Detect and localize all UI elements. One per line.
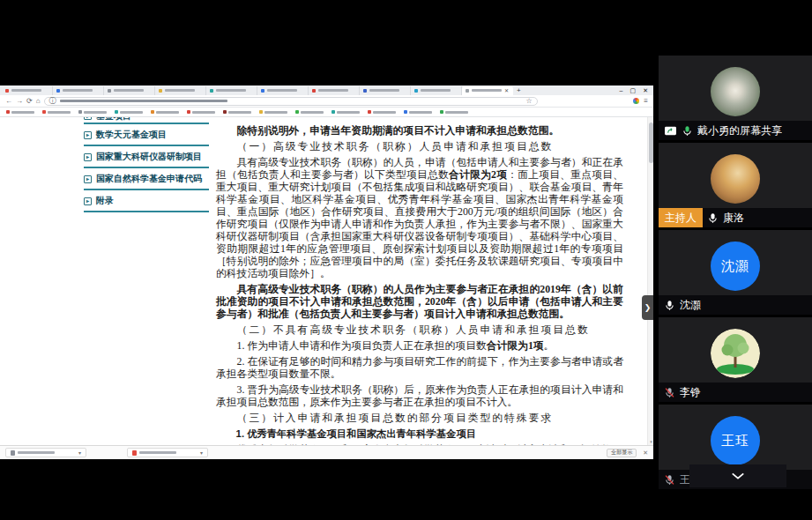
home-icon[interactable]: ⌂: [36, 98, 41, 105]
label-placeholder: [409, 111, 432, 114]
participant-label: 戴小勇的屏幕共享: [659, 121, 812, 140]
menu-icon[interactable]: ≡: [644, 98, 648, 105]
participant-name: 沈灝: [680, 298, 701, 313]
toc-item-zhongda-yiqi[interactable]: ▸ 国家重大科研仪器研制项目: [84, 146, 209, 168]
participant-tile-host[interactable]: 主持人 康洛: [659, 143, 812, 227]
bookmark-item[interactable]: [364, 110, 399, 114]
browser-tab[interactable]: [360, 86, 411, 95]
favicon: [404, 110, 407, 114]
bookmark-item[interactable]: [292, 110, 327, 114]
back-icon[interactable]: ←: [5, 98, 12, 105]
toc-item-shenqing-daima[interactable]: ▸ 国家自然科学基金申请代码: [84, 168, 209, 190]
favicon: [5, 89, 9, 93]
participant-tile[interactable]: 沈灝 沈灝: [659, 230, 812, 315]
tab-list: ✕: [2, 86, 513, 95]
browser-tab[interactable]: [309, 86, 360, 95]
participant-tile[interactable]: 李铮: [659, 317, 812, 402]
browser-tab[interactable]: [257, 86, 309, 95]
browser-tab[interactable]: [206, 86, 257, 95]
bookmark-item[interactable]: [39, 110, 74, 114]
browser-tab-strip: ✕ + – ▢ ✕: [0, 85, 653, 95]
minimize-icon[interactable]: –: [620, 87, 623, 93]
url-input[interactable]: ⓘ ☆: [44, 97, 538, 106]
host-badge: 主持人: [659, 208, 703, 227]
bookmark-item[interactable]: [328, 110, 363, 114]
label-placeholder: [156, 111, 179, 114]
bookmark-item[interactable]: [3, 110, 38, 114]
label-placeholder: [165, 89, 195, 92]
profile-avatar-icon[interactable]: [633, 98, 639, 104]
reload-icon[interactable]: ⟳: [26, 98, 33, 105]
label-placeholder: [216, 89, 246, 92]
close-downloads-icon[interactable]: ✕: [643, 449, 648, 457]
close-icon[interactable]: ✕: [643, 87, 648, 94]
new-tab-button[interactable]: +: [517, 87, 521, 94]
doc-paragraph: 除特别说明外，申请当年资助期满的项目不计入申请和承担总数范围。: [216, 124, 623, 137]
forward-icon[interactable]: →: [16, 98, 23, 105]
browser-tab[interactable]: [2, 86, 53, 95]
label-placeholder: [373, 111, 396, 114]
browser-address-bar: ← → ⟳ ⌂ ⓘ ☆ ≡: [0, 95, 653, 108]
panel-expand-handle[interactable]: ❯: [642, 295, 653, 320]
page-scrollbar[interactable]: ▾: [647, 117, 653, 445]
bookmark-item[interactable]: [220, 110, 255, 114]
meeting-participants-panel: 戴小勇的屏幕共享 主持人 康洛 沈灝 沈灝: [659, 56, 812, 492]
bookmark-item[interactable]: [256, 110, 291, 114]
file-name-placeholder: [139, 451, 176, 454]
browser-tab[interactable]: [53, 86, 104, 95]
label-placeholder: [264, 111, 287, 114]
bookmark-item[interactable]: [111, 110, 146, 114]
toc-item-fulu[interactable]: ▸ 附录: [84, 190, 209, 212]
bookmark-item[interactable]: [400, 110, 436, 114]
label-placeholder: [337, 111, 360, 114]
bookmark-star-icon[interactable]: ☆: [525, 98, 532, 105]
favicon: [259, 110, 263, 114]
participant-name: 康洛: [723, 211, 744, 226]
chevron-down-icon[interactable]: ▾: [200, 450, 203, 456]
favicon: [261, 89, 264, 93]
doc-text: 。: [544, 339, 555, 352]
chevron-down-icon[interactable]: ▾: [78, 450, 81, 456]
download-chip-1[interactable]: ▾: [5, 448, 86, 457]
bookmark-item[interactable]: [75, 110, 110, 114]
toc-item-clipped[interactable]: ▸ 基金项目: [84, 117, 209, 124]
url-text-placeholder: [60, 100, 227, 102]
download-chip-2[interactable]: ▾: [127, 448, 208, 457]
participant-name: 戴小勇的屏幕共享: [697, 123, 782, 138]
bookmark-item[interactable]: [436, 110, 472, 114]
label-placeholder: [63, 89, 93, 92]
web-page: ▸ 基金项目 ▸ 数学天元基金项目 ▸ 国家重大科研仪器研制项目 ▸ 国家自然科…: [0, 117, 653, 445]
doc-paragraph: 具有高级专业技术职务（职称）的人员作为主要参与者正在承担的2019年（含）以前批…: [216, 283, 623, 320]
toc-item-shuxue-tianyuan[interactable]: ▸ 数学天元基金项目: [84, 124, 209, 146]
participant-tile-sharer[interactable]: 戴小勇的屏幕共享: [659, 56, 812, 140]
toc-bullet-icon: ▸: [84, 197, 92, 205]
participant-tile[interactable]: 王珏 王珏: [659, 405, 812, 489]
site-info-icon[interactable]: ⓘ: [49, 98, 56, 105]
scrollbar-down-icon[interactable]: ▾: [648, 439, 653, 444]
tab-close-icon[interactable]: ✕: [504, 88, 509, 93]
toc-bullet-icon: ▸: [84, 153, 92, 161]
participant-label: 沈灝: [659, 295, 812, 315]
collapse-participants-button[interactable]: [689, 464, 786, 487]
bookmark-item[interactable]: [147, 110, 183, 114]
file-name-placeholder: [18, 451, 55, 454]
favicon: [42, 110, 46, 114]
browser-tab[interactable]: ✕: [462, 86, 513, 95]
label-placeholder: [120, 111, 143, 114]
scrollbar-thumb[interactable]: [649, 123, 653, 163]
favicon: [115, 110, 118, 114]
bookmark-item[interactable]: [183, 110, 219, 114]
avatar: [711, 329, 760, 378]
bookmarks-bar: [0, 108, 653, 117]
label-placeholder: [11, 111, 34, 114]
toc-bullet-icon: ▸: [84, 175, 92, 183]
avatar: [711, 67, 760, 116]
mic-on-icon: [682, 125, 693, 137]
browser-tab[interactable]: [155, 86, 206, 95]
browser-tab[interactable]: [411, 86, 462, 95]
browser-tab[interactable]: [104, 86, 155, 95]
show-all-downloads-button[interactable]: 全部显示: [607, 449, 637, 457]
label-placeholder: [114, 89, 144, 92]
label-placeholder: [84, 111, 107, 114]
maximize-icon[interactable]: ▢: [630, 87, 637, 94]
